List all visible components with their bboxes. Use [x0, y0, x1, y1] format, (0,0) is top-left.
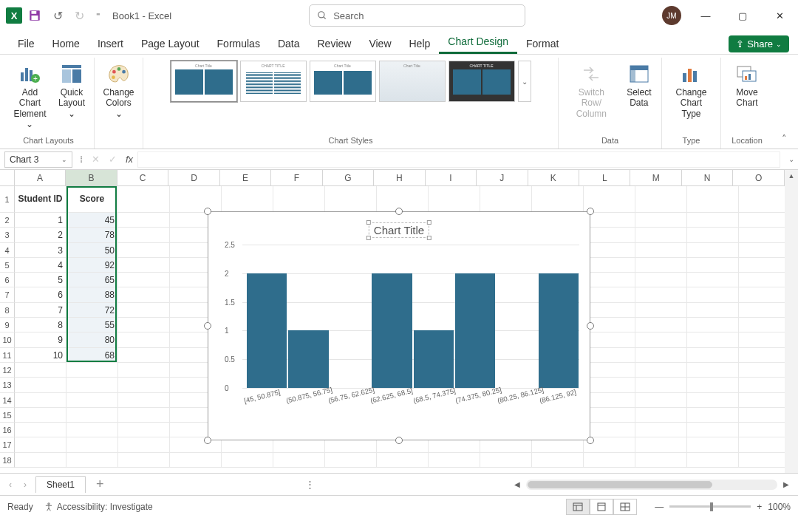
cell[interactable]: 80 — [66, 332, 118, 347]
tab-insert[interactable]: Insert — [89, 33, 132, 54]
cell[interactable] — [739, 423, 785, 437]
view-page-layout-button[interactable] — [590, 499, 613, 515]
resize-handle[interactable] — [204, 208, 211, 215]
row-header[interactable]: 5 — [0, 258, 15, 273]
cell[interactable] — [480, 453, 532, 468]
cell[interactable]: 9 — [15, 332, 66, 347]
cell[interactable] — [584, 408, 635, 423]
cell[interactable] — [635, 453, 687, 468]
cell[interactable] — [739, 287, 785, 302]
cell[interactable] — [480, 186, 532, 213]
view-normal-button[interactable] — [566, 499, 590, 515]
cell[interactable] — [584, 393, 635, 408]
cell[interactable] — [15, 453, 66, 468]
change-chart-type-button[interactable]: Change Chart Type — [668, 61, 715, 120]
chart-bar[interactable] — [455, 273, 495, 388]
cell[interactable] — [532, 186, 584, 213]
cell[interactable]: 6 — [15, 287, 66, 302]
scroll-left-icon[interactable]: ◀ — [511, 480, 523, 488]
column-header[interactable]: K — [528, 170, 579, 185]
scroll-up-icon[interactable]: ▲ — [788, 170, 795, 182]
row-header[interactable]: 14 — [0, 393, 15, 408]
chart-bar[interactable] — [288, 330, 328, 388]
cell[interactable] — [635, 318, 687, 332]
row-header[interactable]: 13 — [0, 378, 15, 392]
add-chart-element-button[interactable]: + Add Chart Element ⌄ — [9, 61, 51, 132]
chart-style-4[interactable]: Chart Title — [379, 61, 446, 102]
tab-data[interactable]: Data — [269, 33, 309, 54]
column-header[interactable]: C — [117, 170, 168, 185]
cell[interactable] — [584, 213, 635, 228]
cell[interactable] — [584, 348, 635, 363]
cell[interactable] — [584, 258, 635, 273]
cell[interactable] — [584, 287, 635, 302]
cell[interactable] — [687, 186, 739, 213]
collapse-ribbon-icon[interactable]: ˄ — [773, 58, 795, 149]
row-header[interactable]: 4 — [0, 243, 15, 258]
cell[interactable] — [739, 332, 785, 347]
close-button[interactable]: ✕ — [767, 5, 792, 26]
cell[interactable] — [66, 393, 118, 408]
share-button[interactable]: ⇪ Share ⌄ — [729, 35, 789, 52]
cell[interactable] — [222, 453, 273, 468]
cell[interactable] — [118, 332, 170, 347]
cell[interactable] — [635, 332, 687, 347]
cell[interactable]: 3 — [15, 243, 66, 258]
column-header[interactable]: O — [733, 170, 784, 185]
chart-styles-more[interactable]: ⌄ — [518, 61, 531, 102]
cell[interactable]: Score — [66, 186, 118, 213]
sheet-options-icon[interactable]: ⋮ — [299, 479, 321, 490]
cell[interactable] — [222, 186, 273, 213]
cell[interactable] — [118, 437, 170, 452]
cell[interactable] — [118, 287, 170, 302]
undo-icon[interactable]: ↺ — [50, 7, 66, 24]
cell[interactable]: 4 — [15, 258, 66, 273]
cell[interactable] — [687, 332, 739, 347]
column-header[interactable]: A — [15, 170, 66, 185]
cell[interactable] — [635, 393, 687, 408]
cell[interactable]: 72 — [66, 303, 118, 318]
save-icon[interactable] — [27, 7, 43, 24]
cell[interactable] — [635, 378, 687, 392]
cell[interactable] — [118, 453, 170, 468]
formula-bar-input[interactable] — [137, 151, 780, 168]
resize-handle[interactable] — [204, 322, 211, 330]
tab-file[interactable]: File — [9, 33, 44, 54]
column-header[interactable]: J — [477, 170, 528, 185]
resize-handle[interactable] — [587, 208, 594, 215]
column-header[interactable]: B — [66, 170, 117, 185]
column-header[interactable]: E — [220, 170, 271, 185]
cell[interactable]: Student ID — [15, 186, 66, 213]
cell[interactable] — [635, 437, 687, 452]
zoom-out-button[interactable]: — — [655, 502, 664, 512]
cell[interactable] — [325, 186, 377, 213]
tab-page-layout[interactable]: Page Layout — [132, 33, 208, 54]
cell[interactable] — [687, 437, 739, 452]
cell[interactable] — [635, 363, 687, 378]
cell[interactable]: 65 — [66, 273, 118, 287]
cell[interactable] — [687, 213, 739, 228]
cell[interactable] — [15, 423, 66, 437]
cell[interactable] — [118, 186, 170, 213]
view-page-break-button[interactable] — [613, 499, 637, 515]
cell[interactable] — [687, 393, 739, 408]
cell[interactable] — [635, 423, 687, 437]
cell[interactable]: 1 — [15, 213, 66, 228]
row-header[interactable]: 18 — [0, 453, 15, 468]
cell[interactable] — [118, 213, 170, 228]
cell[interactable] — [66, 378, 118, 392]
cell[interactable] — [687, 228, 739, 242]
cell[interactable]: 2 — [15, 228, 66, 242]
column-header[interactable]: H — [374, 170, 425, 185]
cell[interactable] — [15, 363, 66, 378]
cell[interactable] — [687, 423, 739, 437]
name-box[interactable]: Chart 3 ⌄ — [4, 151, 72, 168]
cell[interactable] — [170, 453, 222, 468]
cell[interactable] — [118, 348, 170, 363]
tab-view[interactable]: View — [360, 33, 400, 54]
column-header[interactable]: G — [323, 170, 374, 185]
cell[interactable] — [687, 408, 739, 423]
cell[interactable] — [429, 453, 480, 468]
cell[interactable] — [118, 273, 170, 287]
cell[interactable]: 55 — [66, 318, 118, 332]
